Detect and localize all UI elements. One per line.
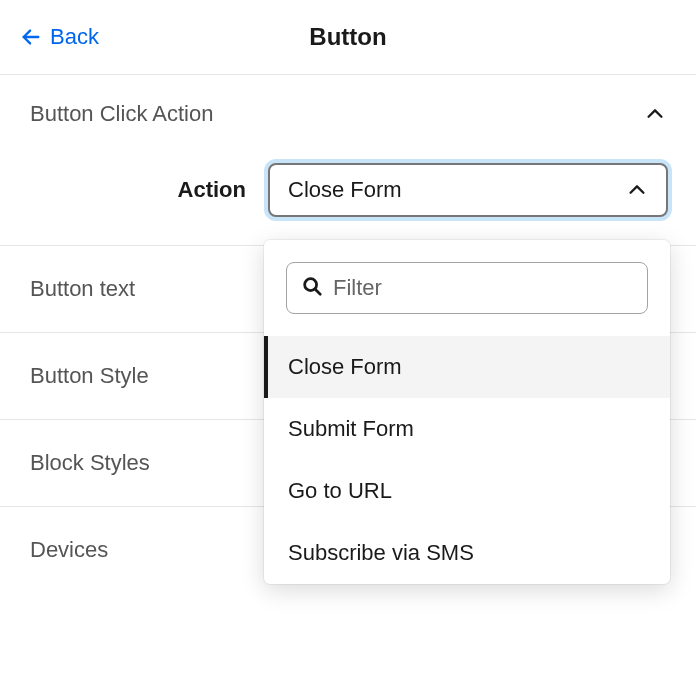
action-select[interactable]: Close Form [268,163,668,217]
section-header-button-click-action[interactable]: Button Click Action [0,75,696,147]
section-title: Button Click Action [30,101,213,127]
action-row: Action Close Form [0,147,696,245]
dropdown-option-go-to-url[interactable]: Go to URL [264,460,670,522]
filter-wrap [264,240,670,336]
dropdown-option-close-form[interactable]: Close Form [264,336,670,398]
svg-line-2 [315,289,320,294]
action-label: Action [178,177,246,203]
filter-input[interactable] [333,275,633,301]
dropdown-option-submit-form[interactable]: Submit Form [264,398,670,460]
search-icon [301,275,323,301]
chevron-up-icon [626,179,648,201]
page-title: Button [309,23,386,51]
back-button[interactable]: Back [20,24,99,50]
filter-input-container[interactable] [286,262,648,314]
back-label: Back [50,24,99,50]
dropdown-option-subscribe-via-sms[interactable]: Subscribe via SMS [264,522,670,584]
back-arrow-icon [20,26,42,48]
action-selected-value: Close Form [288,177,402,203]
header: Back Button [0,0,696,74]
chevron-up-icon [644,103,666,125]
action-dropdown: Close Form Submit Form Go to URL Subscri… [264,240,670,584]
devices-label: Devices [30,537,108,563]
